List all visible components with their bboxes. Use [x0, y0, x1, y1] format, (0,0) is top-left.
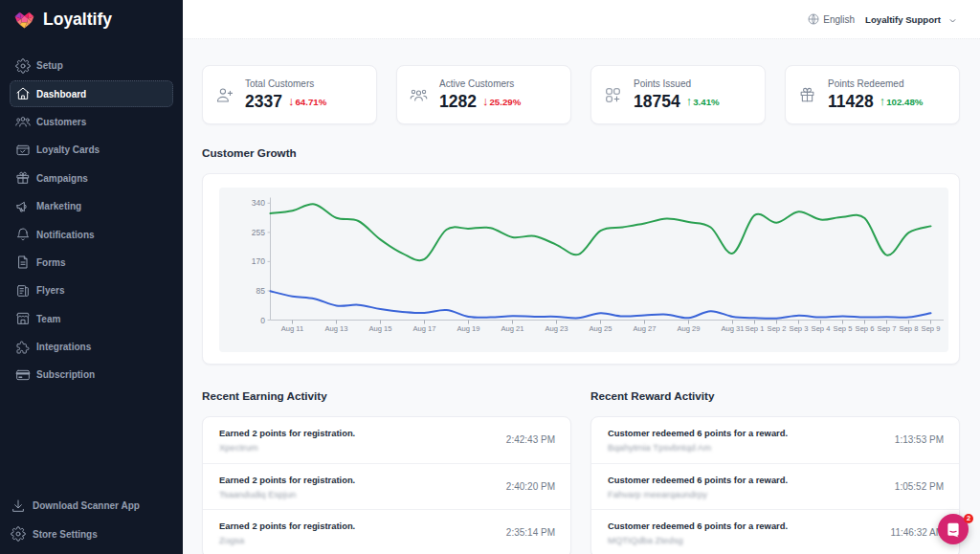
- svg-text:Sep 4: Sep 4: [812, 324, 831, 333]
- svg-text:0: 0: [260, 316, 265, 325]
- svg-text:255: 255: [252, 228, 265, 237]
- svg-text:85: 85: [256, 286, 266, 296]
- svg-text:Sep 2: Sep 2: [768, 324, 787, 333]
- svg-text:Aug 17: Aug 17: [412, 324, 435, 333]
- svg-text:Sep 9: Sep 9: [922, 324, 941, 333]
- svg-text:Aug 13: Aug 13: [324, 324, 347, 333]
- svg-text:Sep 8: Sep 8: [900, 324, 919, 333]
- svg-text:Sep 3: Sep 3: [790, 324, 809, 333]
- svg-text:Sep 1: Sep 1: [746, 324, 765, 333]
- svg-text:Aug 15: Aug 15: [368, 324, 391, 333]
- svg-text:Aug 23: Aug 23: [545, 324, 568, 333]
- svg-text:Sep 5: Sep 5: [834, 324, 853, 333]
- svg-text:170: 170: [252, 256, 265, 266]
- svg-text:Aug 19: Aug 19: [457, 324, 479, 333]
- svg-text:Sep 7: Sep 7: [878, 324, 897, 333]
- svg-text:340: 340: [252, 198, 265, 208]
- svg-text:Aug 29: Aug 29: [677, 324, 700, 333]
- svg-text:Aug 27: Aug 27: [633, 324, 656, 333]
- svg-text:Aug 21: Aug 21: [501, 324, 523, 333]
- svg-text:Sep 6: Sep 6: [856, 324, 875, 333]
- svg-text:Aug 25: Aug 25: [589, 324, 612, 333]
- svg-text:Aug 11: Aug 11: [281, 324, 304, 333]
- svg-text:Aug 31: Aug 31: [721, 324, 744, 333]
